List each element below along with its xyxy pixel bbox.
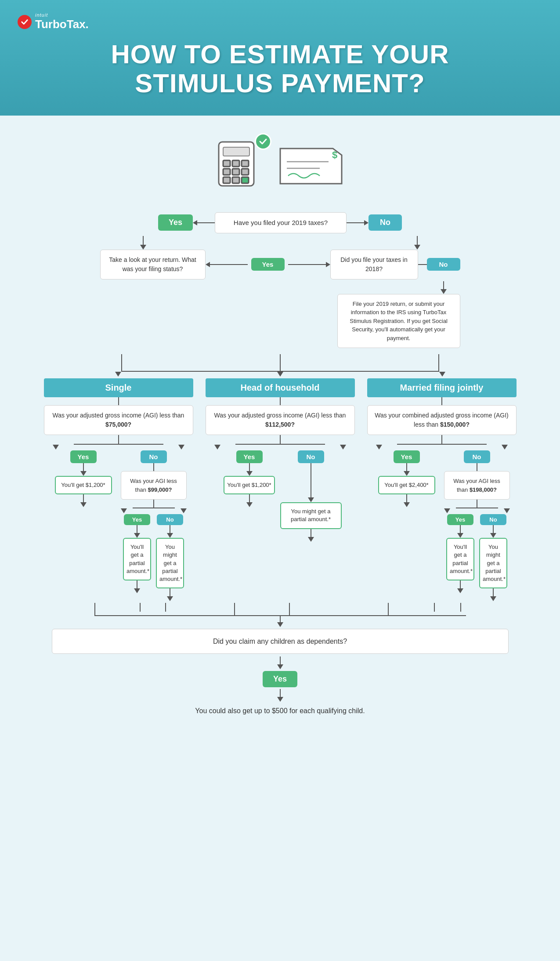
svg-rect-10 bbox=[242, 177, 249, 183]
hoh-no-badge: No bbox=[298, 450, 324, 463]
filed-2019-yes-badge: Yes bbox=[158, 214, 193, 231]
svg-rect-6 bbox=[232, 169, 239, 175]
bottom-note: You could also get up to $500 for each q… bbox=[30, 707, 531, 715]
flowchart: Yes Have you filed your 2019 taxes? No bbox=[30, 212, 531, 728]
single-yes-badge: Yes bbox=[70, 450, 97, 463]
single-sub-no-badge: No bbox=[157, 514, 183, 525]
hoh-column: Head of household Was your adjusted gros… bbox=[206, 378, 355, 601]
illustration: $ bbox=[26, 138, 534, 195]
single-result-partial-yes: You'll get a partial amount.* bbox=[123, 538, 151, 580]
intuit-label: intuit bbox=[35, 12, 48, 18]
filed-2018-no-badge: No bbox=[427, 258, 460, 271]
married-no-badge: No bbox=[464, 450, 490, 463]
svg-text:$: $ bbox=[332, 149, 337, 160]
header-banner: intuit TurboTax. HOW TO ESTIMATE YOUR ST… bbox=[0, 0, 560, 116]
married-yes-badge: Yes bbox=[394, 450, 420, 463]
payment-check-icon: $ bbox=[276, 144, 346, 188]
hoh-header: Head of household bbox=[206, 378, 355, 397]
svg-rect-8 bbox=[223, 177, 230, 183]
svg-rect-5 bbox=[223, 169, 230, 175]
filed-2019-no-badge: No bbox=[369, 214, 402, 231]
married-agi-question: Was your combined adjusted gross income … bbox=[367, 405, 517, 435]
turbotax-logo-check bbox=[18, 15, 32, 29]
single-header: Single bbox=[44, 378, 193, 397]
single-agi-question: Was your adjusted gross income (AGI) les… bbox=[44, 405, 193, 435]
married-sub-yes-badge: Yes bbox=[447, 514, 473, 525]
logo-text: intuit TurboTax. bbox=[35, 12, 89, 31]
married-sub-question: Was your AGI less than $198,000? bbox=[444, 471, 510, 500]
filed-2018-question: Did you file your taxes in 2018? bbox=[330, 250, 418, 279]
dependents-question: Did you claim any children as dependents… bbox=[52, 629, 509, 654]
single-sub-yes-badge: Yes bbox=[124, 514, 150, 525]
hoh-yes-badge: Yes bbox=[236, 450, 263, 463]
svg-rect-4 bbox=[242, 160, 249, 167]
hoh-result-yes: You'll get $1,200* bbox=[224, 476, 275, 494]
filed-2018-yes-badge: Yes bbox=[251, 258, 285, 271]
married-result-partial-yes: You'll get a partial amount.* bbox=[446, 538, 474, 580]
svg-rect-9 bbox=[232, 177, 239, 183]
take-a-look-box: Take a look at your return. What was you… bbox=[100, 250, 206, 279]
single-sub-question: Was your AGI less than $99,000? bbox=[121, 471, 187, 500]
svg-rect-3 bbox=[232, 160, 239, 167]
svg-rect-2 bbox=[223, 160, 230, 167]
single-no-badge: No bbox=[141, 450, 167, 463]
married-result-yes: You'll get $2,400* bbox=[378, 476, 435, 494]
filing-info-box: File your 2019 return, or submit your in… bbox=[337, 294, 460, 348]
single-result-yes: You'll get $1,200* bbox=[55, 476, 112, 494]
check-badge bbox=[255, 133, 271, 150]
married-header: Married filing jointly bbox=[367, 378, 517, 397]
svg-rect-1 bbox=[223, 147, 249, 156]
single-result-partial-no: You might get a partial amount.* bbox=[156, 538, 184, 588]
hoh-result-no: You might get a partial amount.* bbox=[280, 502, 342, 529]
svg-rect-7 bbox=[242, 169, 249, 175]
married-sub-no-badge: No bbox=[480, 514, 506, 525]
single-column: Single Was your adjusted gross income (A… bbox=[44, 378, 193, 601]
main-title: HOW TO ESTIMATE YOUR STIMULUS PAYMENT? bbox=[18, 40, 542, 98]
married-column: Married filing jointly Was your combined… bbox=[367, 378, 517, 601]
married-result-partial-no: You might get a partial amount.* bbox=[479, 538, 507, 588]
hoh-agi-question: Was your adjusted gross income (AGI) les… bbox=[206, 405, 355, 435]
turbotax-label: TurboTax. bbox=[35, 18, 89, 31]
filed-2019-question: Have you filed your 2019 taxes? bbox=[215, 212, 347, 233]
dependents-yes-badge: Yes bbox=[263, 671, 297, 687]
calculator-icon bbox=[214, 138, 267, 195]
